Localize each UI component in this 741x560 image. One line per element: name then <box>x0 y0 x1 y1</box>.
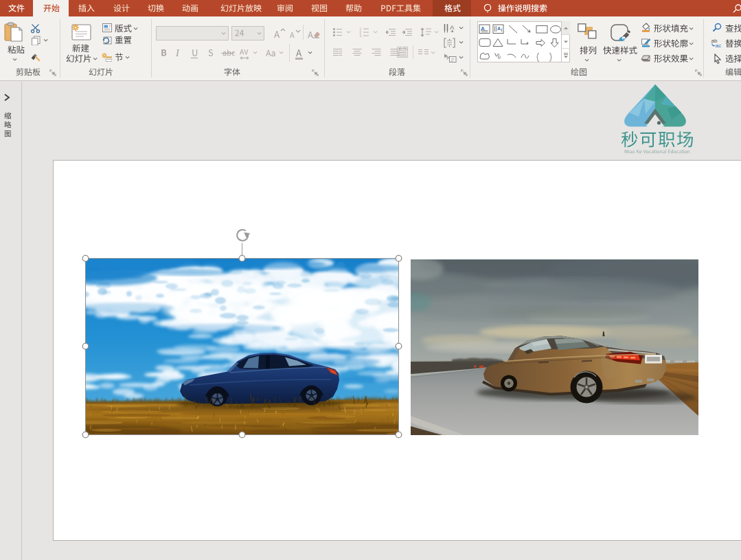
svg-text:A: A <box>481 25 485 32</box>
svg-text:A: A <box>497 26 501 31</box>
svg-text:ac: ac <box>716 43 721 49</box>
svg-text:3: 3 <box>360 34 362 37</box>
svg-text:I: I <box>176 48 180 58</box>
svg-text:A: A <box>450 23 455 31</box>
